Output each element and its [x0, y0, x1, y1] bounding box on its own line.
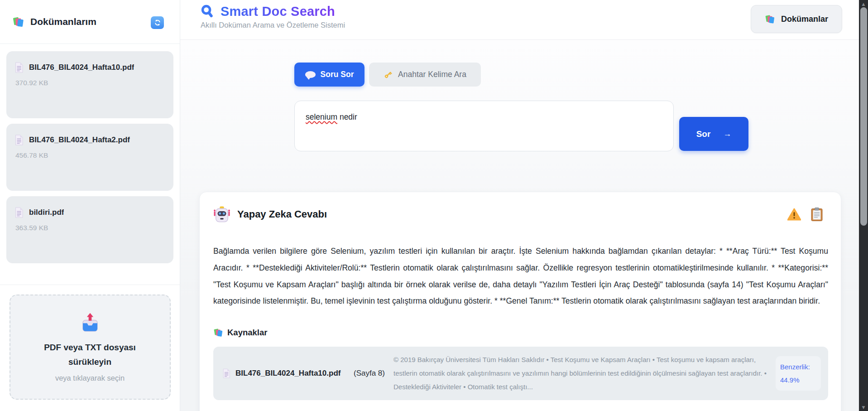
robot-icon — [213, 206, 230, 223]
file-name: BIL476_BIL4024_Hafta2.pdf — [29, 135, 130, 145]
scrollbar-thumb[interactable] — [860, 7, 867, 226]
sidebar-title: Dokümanlarım — [30, 16, 96, 27]
main-area: Smart Doc Search Akıllı Doküman Arama ve… — [180, 0, 868, 411]
document-icon — [14, 62, 24, 73]
answer-title: Yapay Zeka Cevabı — [237, 208, 327, 220]
refresh-button[interactable] — [151, 16, 164, 29]
sidebar-header: Dokümanlarım — [0, 0, 180, 44]
refresh-icon — [154, 19, 161, 26]
source-item[interactable]: BIL476_BIL4024_Hafta10.pdf (Sayfa 8) © 2… — [213, 347, 828, 400]
dropzone-hint: veya tıklayarak seçin — [55, 374, 125, 382]
file-size: 363.59 KB — [14, 224, 165, 232]
documents-button-label: Dokümanlar — [781, 15, 828, 24]
ask-submit-label: Sor — [696, 129, 711, 139]
books-icon — [213, 328, 223, 338]
document-icon — [14, 135, 24, 145]
brand: Smart Doc Search Akıllı Doküman Arama ve… — [201, 4, 345, 29]
tab-label: Anahtar Kelime Ara — [398, 70, 466, 79]
query-rest: nedir — [337, 112, 357, 121]
top-header: Smart Doc Search Akıllı Doküman Arama ve… — [180, 0, 868, 40]
sidebar-divider — [0, 285, 180, 285]
file-name: BIL476_BIL4024_Hafta10.pdf — [29, 63, 134, 72]
source-snippet: © 2019 Bakırçay Üniversitesi Tüm Hakları… — [393, 353, 769, 394]
file-card[interactable]: bildiri.pdf 363.59 KB — [6, 196, 173, 263]
ask-submit-button[interactable]: Sor → — [679, 117, 748, 151]
key-icon — [384, 70, 393, 79]
file-size: 456.78 KB — [14, 151, 165, 160]
page-scrollbar[interactable]: ▲ ▼ — [859, 0, 868, 411]
similarity-badge: Benzerlik: 44.9% — [776, 356, 821, 391]
file-list: BIL476_BIL4024_Hafta10.pdf 370.92 KB BIL… — [0, 44, 180, 263]
file-card[interactable]: BIL476_BIL4024_Hafta10.pdf 370.92 KB — [6, 51, 173, 118]
tab-keyword-search[interactable]: Anahtar Kelime Ara — [369, 63, 481, 87]
page-subtitle: Akıllı Doküman Arama ve Özetleme Sistemi — [201, 21, 345, 29]
document-icon — [222, 368, 230, 378]
answer-card: Yapay Zeka Cevabı — [199, 192, 841, 411]
search-logo-icon — [201, 5, 215, 19]
source-page: (Sayfa 8) — [354, 367, 389, 380]
source-file-name: BIL476_BIL4024_Hafta10.pdf — [235, 369, 340, 378]
document-icon — [14, 207, 24, 218]
upload-dropzone[interactable]: PDF veya TXT dosyası sürükleyin veya tık… — [10, 295, 171, 400]
sources-title-label: Kaynaklar — [227, 328, 267, 338]
clipboard-icon[interactable] — [811, 208, 823, 221]
answer-actions — [787, 208, 828, 221]
app-root: Dokümanlarım — [0, 0, 868, 411]
scroll-up-arrow[interactable]: ▲ — [859, 2, 868, 6]
scroll-down-arrow[interactable]: ▼ — [859, 405, 868, 410]
file-size: 370.92 KB — [14, 79, 165, 87]
dropzone-label: PDF veya TXT dosyası sürükleyin — [29, 340, 151, 369]
query-misspelled-word: selenium — [306, 112, 337, 121]
file-name: bildiri.pdf — [29, 208, 64, 217]
tab-label: Soru Sor — [321, 70, 354, 79]
similarity-label: Benzerlik: — [780, 363, 810, 371]
similarity-value: 44.9% — [780, 376, 800, 384]
file-card[interactable]: BIL476_BIL4024_Hafta2.pdf 456.78 KB — [6, 124, 173, 191]
warning-icon[interactable] — [787, 208, 801, 221]
source-file: BIL476_BIL4024_Hafta10.pdf — [222, 368, 349, 378]
upload-icon — [80, 312, 100, 332]
sidebar: Dokümanlarım — [0, 0, 180, 411]
question-input[interactable]: selenium nedir — [294, 101, 674, 151]
sources-title: Kaynaklar — [213, 328, 828, 338]
arrow-right-icon: → — [723, 129, 731, 139]
content-area: Soru Sor Anahtar Kelime Ara — [180, 40, 868, 411]
answer-body: Bağlamda verilen bilgilere göre Selenium… — [213, 243, 828, 309]
page-title: Smart Doc Search — [221, 4, 335, 19]
answer-header: Yapay Zeka Cevabı — [213, 206, 828, 223]
books-icon — [12, 16, 24, 28]
speech-bubble-icon — [305, 71, 316, 78]
books-icon — [765, 14, 775, 24]
documents-button[interactable]: Dokümanlar — [751, 5, 842, 33]
tab-ask-question[interactable]: Soru Sor — [294, 63, 364, 87]
